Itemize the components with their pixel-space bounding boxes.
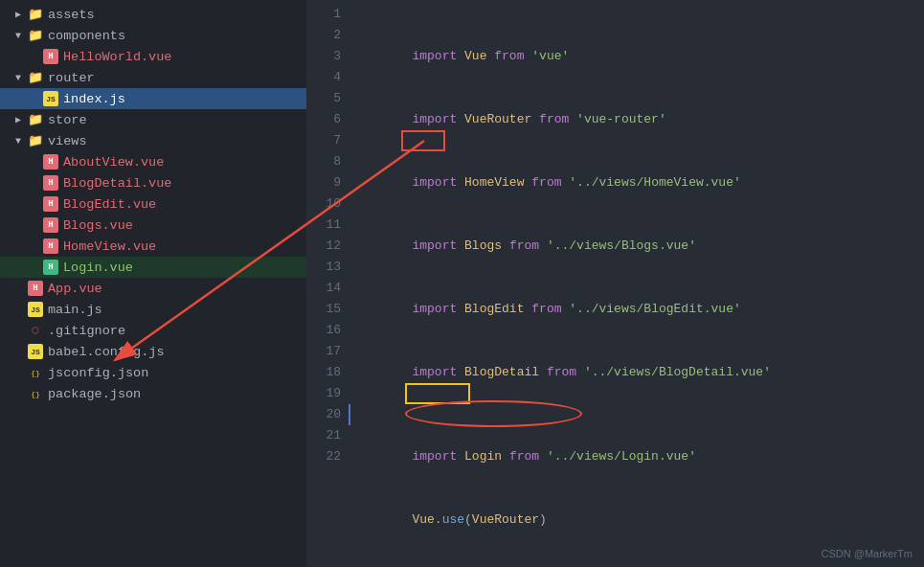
json-file-icon: {} — [28, 386, 43, 401]
sidebar-item-blogedit[interactable]: H BlogEdit.vue — [0, 193, 306, 215]
sidebar-item-label: .gitignore — [48, 324, 125, 338]
sidebar-item-label: HomeView.vue — [63, 239, 156, 254]
sidebar-item-label: Login.vue — [63, 261, 133, 275]
code-line: import HomeView from '../views/HomeView.… — [352, 151, 924, 215]
sidebar-item-label: views — [48, 134, 87, 148]
sidebar-item-babel-config[interactable]: JS babel.config.js — [0, 341, 306, 362]
folder-icon: 📁 — [28, 70, 43, 85]
vue-file-icon: H — [43, 175, 58, 191]
js-file-icon: JS — [28, 344, 43, 359]
code-line: import Blogs from '../views/Blogs.vue' — [352, 215, 924, 278]
vue-file-icon: H — [43, 154, 58, 170]
chevron-right-icon: ▶ — [15, 9, 25, 20]
sidebar-item-helloworld[interactable]: H HelloWorld.vue — [0, 46, 306, 67]
code-line: import BlogDetail from '../views/BlogDet… — [352, 341, 924, 404]
sidebar-item-components[interactable]: ▼ 📁 components — [0, 25, 306, 46]
sidebar-item-label: assets — [48, 8, 95, 22]
sidebar-item-homeview[interactable]: H HomeView.vue — [0, 236, 306, 257]
sidebar-item-label: components — [48, 29, 125, 43]
code-line: import BlogEdit from '../views/BlogEdit.… — [352, 278, 924, 341]
code-content: ⬥ import Vue from 'vue' import VueRouter… — [349, 0, 924, 567]
sidebar-item-jsconfig[interactable]: {} jsconfig.json — [0, 362, 306, 383]
sidebar-item-blogs[interactable]: H Blogs.vue — [0, 215, 306, 236]
folder-icon: 📁 — [28, 7, 43, 22]
vue-file-icon: H — [43, 238, 58, 254]
vue-file-icon: H — [43, 217, 58, 233]
code-editor: 12345 678910 1112131415 1617181920 2122 … — [306, 0, 924, 567]
js-file-icon: JS — [43, 91, 58, 106]
sidebar-item-label: Blogs.vue — [63, 218, 133, 233]
sidebar-item-label: App.vue — [48, 282, 102, 296]
sidebar-item-label: BlogEdit.vue — [63, 197, 156, 212]
json-file-icon: {} — [28, 365, 43, 380]
sidebar-item-assets[interactable]: ▶ 📁 assets — [0, 4, 306, 25]
git-file-icon: ⬡ — [28, 323, 43, 338]
sidebar-item-login[interactable]: H Login.vue — [0, 257, 306, 278]
sidebar-item-label: babel.config.js — [48, 345, 165, 359]
sidebar-item-label: BlogDetail.vue — [63, 176, 171, 191]
sidebar-item-label: router — [48, 71, 95, 85]
sidebar-item-store[interactable]: ▶ 📁 store — [0, 109, 306, 130]
chevron-right-icon: ▶ — [15, 114, 25, 125]
sidebar-item-router[interactable]: ▼ 📁 router — [0, 67, 306, 88]
sidebar-item-label: main.js — [48, 303, 102, 317]
sidebar-item-gitignore[interactable]: ⬡ .gitignore — [0, 320, 306, 341]
folder-icon: 📁 — [28, 28, 43, 43]
vue-file-icon: H — [28, 281, 43, 296]
sidebar-item-label: store — [48, 113, 87, 127]
folder-icon: 📁 — [28, 112, 43, 127]
sidebar-item-label: package.json — [48, 387, 141, 401]
line-numbers: 12345 678910 1112131415 1617181920 2122 — [306, 0, 349, 567]
sidebar-item-label: index.js — [63, 92, 125, 106]
chevron-down-icon: ▼ — [15, 136, 25, 147]
sidebar-item-label: HelloWorld.vue — [63, 50, 171, 64]
sidebar-item-label: jsconfig.json — [48, 366, 148, 380]
js-file-icon: JS — [28, 302, 43, 317]
sidebar-item-app-vue[interactable]: H App.vue — [0, 278, 306, 299]
chevron-down-icon: ▼ — [15, 31, 25, 41]
sidebar-item-main-js[interactable]: JS main.js — [0, 299, 306, 320]
sidebar-item-label: AboutView.vue — [63, 155, 164, 170]
file-explorer: ▶ 📁 assets ▼ 📁 components H HelloWorld.v… — [0, 0, 306, 567]
vue-file-icon: H — [43, 196, 58, 212]
sidebar-item-aboutview[interactable]: H AboutView.vue — [0, 151, 306, 172]
chevron-down-icon: ▼ — [15, 73, 25, 83]
code-line: Vue.use(VueRouter) — [352, 488, 924, 552]
vue-file-icon: H — [43, 49, 58, 64]
folder-icon: 📁 — [28, 133, 43, 148]
code-line: import Login from '../views/Login.vue' — [352, 404, 924, 488]
sidebar-item-index-js[interactable]: JS index.js — [0, 88, 306, 109]
sidebar-item-package-json[interactable]: {} package.json — [0, 383, 306, 404]
sidebar-item-blogdetail[interactable]: H BlogDetail.vue — [0, 172, 306, 193]
code-line: ⬥ import Vue from 'vue' — [352, 4, 924, 88]
vue-file-icon: H — [43, 260, 58, 275]
watermark: CSDN @MarkerTm — [822, 548, 913, 559]
sidebar-item-views[interactable]: ▼ 📁 views — [0, 130, 306, 151]
code-line: import VueRouter from 'vue-router' — [352, 88, 924, 151]
